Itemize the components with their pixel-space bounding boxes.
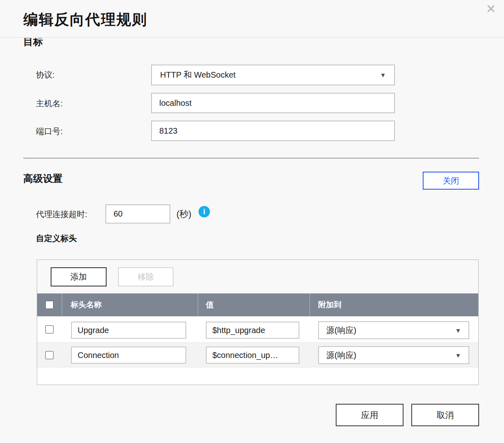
append-to-select[interactable]: 源(响应) ▼ [318, 321, 469, 339]
collapse-advanced-button[interactable]: 关闭 [423, 172, 479, 190]
row-checkbox[interactable] [45, 325, 54, 333]
header-value-input[interactable] [206, 322, 299, 339]
dialog-header: 编辑反向代理规则 ✕ [0, 0, 504, 38]
timeout-unit-label: (秒) [176, 208, 192, 220]
edit-reverse-proxy-rule-dialog: 编辑反向代理规则 ✕ 目标 协议: HTTP 和 WebSocket ▼ 主机名… [0, 0, 504, 443]
column-header-append-to: 附加到 [318, 293, 341, 316]
table-toolbar: 添加 移除 [37, 260, 478, 293]
column-header-value: 值 [206, 293, 214, 316]
row-checkbox[interactable] [45, 351, 54, 359]
header-value-input[interactable] [206, 347, 299, 364]
protocol-selected-value: HTTP 和 WebSocket [160, 69, 236, 81]
header-name-input[interactable] [71, 347, 186, 364]
append-to-selected-value: 源(响应) [326, 350, 356, 361]
table-row: 源(响应) ▼ [37, 342, 478, 367]
custom-headers-table: 添加 移除 标头名称 值 附加到 源(响应) ▼ [37, 260, 479, 385]
select-all-checkbox[interactable] [45, 301, 54, 309]
custom-headers-heading: 自定义标头 [36, 233, 77, 244]
protocol-label: 协议: [36, 69, 55, 81]
cancel-button[interactable]: 取消 [411, 404, 479, 426]
advanced-section-heading: 高级设置 [23, 172, 62, 185]
hostname-label: 主机名: [36, 98, 63, 109]
chevron-down-icon: ▼ [380, 72, 386, 78]
column-separator [310, 293, 310, 316]
column-header-name: 标头名称 [71, 293, 102, 316]
target-section-heading: 目标 [23, 38, 43, 48]
header-name-input[interactable] [71, 322, 186, 339]
column-separator [198, 293, 198, 316]
chevron-down-icon: ▼ [455, 352, 461, 359]
protocol-select[interactable]: HTTP 和 WebSocket ▼ [151, 65, 395, 85]
add-header-button[interactable]: 添加 [51, 267, 107, 286]
chevron-down-icon: ▼ [455, 327, 461, 334]
table-row: 源(响应) ▼ [37, 316, 478, 342]
dialog-title: 编辑反向代理规则 [23, 10, 147, 30]
apply-button[interactable]: 应用 [336, 404, 404, 426]
port-label: 端口号: [36, 126, 63, 137]
dialog-body: 目标 协议: HTTP 和 WebSocket ▼ 主机名: 端口号: 高级设置… [0, 38, 504, 443]
section-divider [23, 158, 479, 159]
proxy-timeout-input[interactable] [105, 204, 170, 224]
append-to-select[interactable]: 源(响应) ▼ [318, 346, 469, 364]
port-input[interactable] [151, 121, 395, 141]
info-icon[interactable]: i [198, 206, 210, 217]
remove-header-button[interactable]: 移除 [118, 267, 174, 286]
hostname-input[interactable] [151, 93, 395, 113]
close-icon[interactable]: ✕ [484, 2, 498, 16]
proxy-timeout-label: 代理连接超时: [36, 209, 87, 220]
table-header-row: 标头名称 值 附加到 [37, 293, 478, 316]
column-separator [62, 293, 62, 316]
append-to-selected-value: 源(响应) [326, 325, 356, 336]
